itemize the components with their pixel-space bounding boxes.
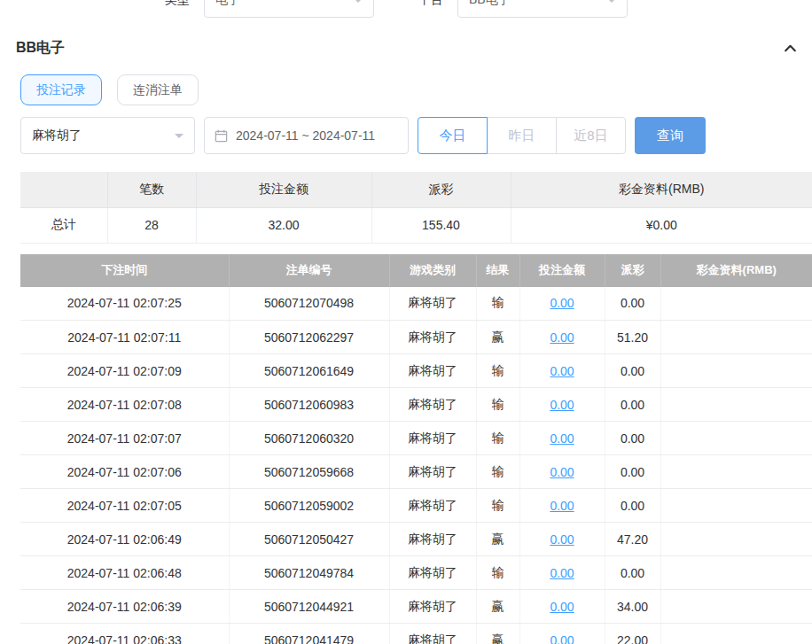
- payout-cell: 22.00: [605, 624, 660, 644]
- bet-amount-link[interactable]: 0.00: [550, 633, 574, 644]
- bet-time-cell: 2024-07-11 02:06:48: [20, 556, 229, 590]
- summary-header-row: 笔数 投注金额 派彩 彩金资料(RMB): [20, 172, 812, 207]
- bonus-cell: [660, 556, 812, 590]
- bet-amount-link[interactable]: 0.00: [550, 465, 574, 479]
- search-button[interactable]: 查询: [635, 117, 706, 154]
- bet-time-cell: 2024-07-11 02:07:06: [20, 455, 229, 489]
- result-cell: 输: [476, 556, 519, 590]
- records-header-row: 下注时间 注单编号 游戏类别 结果 投注金额 派彩 彩金资料(RMB): [20, 254, 812, 287]
- header-payout: 派彩: [605, 254, 660, 287]
- type-label: 类型: [165, 0, 190, 8]
- total-count: 28: [107, 207, 196, 243]
- order-id-cell: 5060712059002: [229, 489, 389, 523]
- order-id-cell: 5060712049784: [229, 556, 389, 590]
- range-today-button[interactable]: 今日: [418, 117, 488, 154]
- order-id-cell: 5060712050427: [229, 523, 389, 556]
- order-id-cell: 5060712070498: [229, 287, 389, 321]
- order-id-cell: 5060712061649: [229, 354, 389, 388]
- table-row: 2024-07-11 02:06:33 5060712041479 麻将胡了 赢…: [20, 624, 812, 644]
- payout-cell: 0.00: [605, 354, 660, 388]
- type-select[interactable]: 电子: [204, 0, 374, 18]
- records-tbody: 2024-07-11 02:07:25 5060712070498 麻将胡了 输…: [20, 287, 812, 644]
- section-title: BB电子: [16, 39, 65, 58]
- order-id-cell: 5060712044921: [229, 590, 389, 624]
- bet-amount-link[interactable]: 0.00: [550, 499, 574, 513]
- payout-cell: 0.00: [605, 422, 660, 455]
- bet-amount-cell: 0.00: [519, 422, 605, 455]
- date-range-value: 2024-07-11 ~ 2024-07-11: [236, 128, 375, 143]
- filter-row: 麻将胡了 2024-07-11 ~ 2024-07-11 今日 昨日 近8日 查…: [20, 117, 812, 154]
- result-cell: 输: [476, 287, 519, 321]
- bet-time-cell: 2024-07-11 02:07:08: [20, 388, 229, 422]
- collapse-button[interactable]: [783, 41, 798, 56]
- bet-amount-cell: 0.00: [519, 287, 605, 321]
- order-id-cell: 5060712060320: [229, 422, 389, 455]
- bonus-cell: [660, 321, 812, 354]
- game-type-cell: 麻将胡了: [389, 624, 476, 644]
- order-id-cell: 5060712059668: [229, 455, 389, 489]
- bonus-cell: [660, 354, 812, 388]
- payout-cell: 47.20: [605, 523, 660, 556]
- records-table: 下注时间 注单编号 游戏类别 结果 投注金额 派彩 彩金资料(RMB) 2024…: [20, 254, 812, 644]
- game-type-cell: 麻将胡了: [389, 455, 476, 489]
- bet-amount-link[interactable]: 0.00: [550, 330, 574, 345]
- bet-amount-link[interactable]: 0.00: [550, 566, 574, 580]
- bet-time-cell: 2024-07-11 02:07:05: [20, 489, 229, 523]
- bet-amount-link[interactable]: 0.00: [550, 364, 574, 378]
- range-yesterday-button[interactable]: 昨日: [487, 117, 557, 154]
- tab-cancelled-orders[interactable]: 连消注单: [117, 74, 199, 105]
- header-bet-amount: 投注金额: [519, 254, 605, 287]
- game-select[interactable]: 麻将胡了: [20, 117, 195, 154]
- summary-header-payout: 派彩: [371, 172, 511, 207]
- bet-time-cell: 2024-07-11 02:06:49: [20, 523, 229, 556]
- bet-time-cell: 2024-07-11 02:06:39: [20, 590, 229, 624]
- summary-header-bet-amount: 投注金额: [196, 172, 371, 207]
- type-select-value: 电子: [215, 0, 240, 8]
- bet-amount-cell: 0.00: [519, 321, 605, 354]
- bet-time-cell: 2024-07-11 02:07:11: [20, 321, 229, 354]
- order-id-cell: 5060712060983: [229, 388, 389, 422]
- range-last8days-button[interactable]: 近8日: [556, 117, 626, 154]
- result-cell: 赢: [476, 590, 519, 624]
- bet-amount-cell: 0.00: [519, 556, 605, 590]
- bet-amount-link[interactable]: 0.00: [550, 398, 574, 412]
- result-cell: 赢: [476, 321, 519, 354]
- payout-cell: 0.00: [605, 388, 660, 422]
- total-bet-amount: 32.00: [196, 207, 371, 243]
- result-cell: 输: [476, 422, 519, 455]
- bet-amount-link[interactable]: 0.00: [550, 431, 574, 446]
- bet-time-cell: 2024-07-11 02:06:33: [20, 624, 229, 644]
- bonus-cell: [660, 422, 812, 455]
- order-id-cell: 5060712041479: [229, 624, 389, 644]
- bet-amount-cell: 0.00: [519, 489, 605, 523]
- header-result: 结果: [476, 254, 519, 287]
- game-select-value: 麻将胡了: [32, 128, 82, 144]
- bet-amount-cell: 0.00: [519, 590, 605, 624]
- game-type-cell: 麻将胡了: [389, 287, 476, 321]
- table-row: 2024-07-11 02:06:48 5060712049784 麻将胡了 输…: [20, 556, 812, 590]
- tab-bet-records[interactable]: 投注记录: [20, 74, 102, 105]
- bet-amount-link[interactable]: 0.00: [550, 532, 574, 547]
- bet-amount-cell: 0.00: [519, 388, 605, 422]
- bonus-cell: [660, 388, 812, 422]
- platform-select[interactable]: BB电子: [457, 0, 628, 18]
- total-bonus: ¥0.00: [511, 207, 812, 243]
- summary-table: 笔数 投注金额 派彩 彩金资料(RMB) 总计 28 32.00 155.40 …: [20, 172, 812, 244]
- table-row: 2024-07-11 02:07:25 5060712070498 麻将胡了 输…: [20, 287, 812, 321]
- bet-amount-cell: 0.00: [519, 624, 605, 644]
- bet-time-cell: 2024-07-11 02:07:25: [20, 287, 229, 321]
- tab-bar: 投注记录 连消注单: [20, 74, 812, 105]
- bonus-cell: [660, 523, 812, 556]
- game-type-cell: 麻将胡了: [389, 590, 476, 624]
- summary-total-row: 总计 28 32.00 155.40 ¥0.00: [20, 207, 812, 243]
- header-bet-time: 下注时间: [20, 254, 229, 287]
- date-range-input[interactable]: 2024-07-11 ~ 2024-07-11: [204, 117, 409, 154]
- bet-amount-link[interactable]: 0.00: [550, 296, 574, 310]
- game-type-cell: 麻将胡了: [389, 489, 476, 523]
- bet-amount-link[interactable]: 0.00: [550, 600, 574, 614]
- bet-time-cell: 2024-07-11 02:07:09: [20, 354, 229, 388]
- game-type-cell: 麻将胡了: [389, 388, 476, 422]
- chevron-down-icon: [607, 0, 616, 7]
- payout-cell: 0.00: [605, 556, 660, 590]
- bonus-cell: [660, 624, 812, 644]
